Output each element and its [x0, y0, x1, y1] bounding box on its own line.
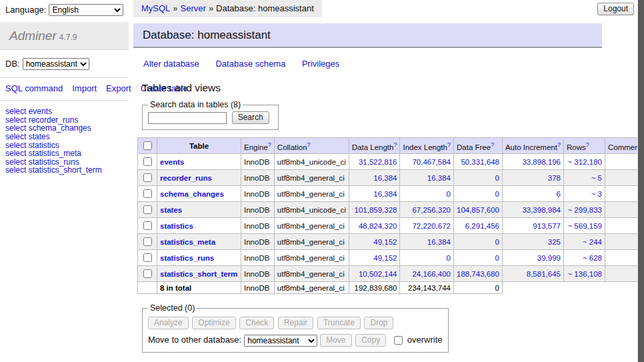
sidebar-item-select-events[interactable]: select events [5, 107, 123, 116]
auto-increment-cell-link[interactable]: 913,577 [533, 222, 561, 230]
adminer-version: 4.7.9 [59, 33, 77, 42]
table-name-link[interactable]: statistics_meta [160, 238, 215, 246]
vertical-scrollbar[interactable] [637, 0, 644, 362]
drop-button[interactable]: Drop [364, 317, 393, 329]
data-length-cell-link[interactable]: 16,384 [373, 190, 397, 198]
rows-cell-link[interactable]: ~ 3 [591, 190, 602, 198]
repair-button[interactable]: Repair [278, 317, 313, 329]
sidebar-item-select-statistics-short-term[interactable]: select statistics_short_term [5, 166, 123, 175]
db-row: DB:homeassistant [0, 50, 129, 78]
index-length-cell-link[interactable]: 0 [447, 254, 451, 262]
auto-increment-cell-link[interactable]: 8,581,645 [527, 270, 561, 278]
index-length-cell-link[interactable]: 24,166,400 [412, 270, 451, 278]
analyze-button[interactable]: Analyze [148, 317, 189, 329]
auto-increment-cell-link[interactable]: 33,398,984 [522, 206, 561, 214]
engine-cell: InnoDB [241, 170, 275, 186]
sidebar-item-select-statistics-meta[interactable]: select statistics_meta [5, 149, 123, 158]
rows-cell-link[interactable]: ~ 569,159 [567, 222, 601, 230]
row-checkbox[interactable] [143, 269, 152, 278]
table-name-link[interactable]: schema_changes [160, 190, 224, 198]
sql-command-link[interactable]: SQL command [5, 83, 63, 93]
data-free-cell-link[interactable]: 6,291,456 [465, 222, 499, 230]
index-length-cell-link[interactable]: 16,384 [427, 174, 451, 182]
table-name-link[interactable]: statistics [160, 222, 193, 230]
index-length-cell-link[interactable]: 72,220,672 [412, 222, 451, 230]
alter-database-link[interactable]: Alter database [143, 59, 199, 69]
data-length-cell-link[interactable]: 49,152 [373, 238, 397, 246]
help-icon[interactable]: ? [491, 141, 494, 148]
optimize-button[interactable]: Optimize [192, 317, 235, 329]
rows-cell-link[interactable]: ~ 299,833 [567, 206, 601, 214]
index-length-cell-link[interactable]: 70,467,584 [412, 158, 451, 166]
copy-button[interactable]: Copy [355, 334, 386, 347]
data-length-cell-link[interactable]: 16,384 [373, 174, 397, 182]
data-free-cell-link[interactable]: 0 [495, 238, 499, 246]
data-length-cell-link[interactable]: 49,152 [373, 254, 397, 262]
row-checkbox[interactable] [143, 157, 152, 166]
help-icon[interactable]: ? [586, 141, 589, 148]
auto-increment-cell-link[interactable]: 325 [548, 238, 561, 246]
row-checkbox[interactable] [143, 237, 152, 246]
column-header-rows: Rows? [563, 138, 605, 154]
rows-cell-link[interactable]: ~ 244 [583, 238, 602, 246]
data-free-cell-link[interactable]: 50,331,648 [461, 158, 499, 166]
rows-cell-link[interactable]: ~ 628 [583, 254, 602, 262]
table-total-row: 8 in totalInnoDButf8mb4_general_ci192,83… [138, 282, 644, 294]
auto-increment-cell-link[interactable]: 33,898,196 [522, 158, 561, 166]
table-name-link[interactable]: recorder_runs [160, 174, 212, 182]
auto-increment-cell-link[interactable]: 6 [557, 190, 561, 198]
auto-increment-cell-link[interactable]: 39,999 [537, 254, 561, 262]
help-icon[interactable]: ? [447, 141, 451, 148]
export-link[interactable]: Export [106, 83, 131, 93]
data-length-cell-link[interactable]: 48,824,320 [359, 222, 397, 230]
collation-cell: utf8mb4_unicode_ci [274, 202, 349, 218]
adminer-logo[interactable]: Adminer [9, 29, 57, 43]
help-icon[interactable]: ? [268, 141, 271, 148]
index-length-cell-link[interactable]: 67,256,320 [412, 206, 451, 214]
table-name-link[interactable]: states [160, 206, 182, 214]
index-length-cell-link[interactable]: 0 [447, 190, 451, 198]
help-icon[interactable]: ? [307, 141, 311, 148]
selected-buttons-row: Analyze Optimize Check Repair Truncate D… [148, 317, 443, 329]
truncate-button[interactable]: Truncate [317, 317, 361, 329]
language-select[interactable]: English [49, 4, 123, 16]
data-free-cell-link[interactable]: 188,743,680 [457, 270, 499, 278]
row-checkbox[interactable] [143, 205, 152, 214]
move-database-select[interactable]: homeassistant [244, 335, 317, 347]
rows-cell-link[interactable]: ~ 5 [591, 174, 602, 182]
data-length-cell-link[interactable]: 31,522,816 [359, 158, 397, 166]
data-free-cell-link[interactable]: 104,857,600 [457, 206, 499, 214]
table-name-link[interactable]: statistics_short_term [160, 270, 237, 278]
row-checkbox[interactable] [143, 221, 152, 230]
row-checkbox[interactable] [143, 189, 152, 198]
data-length-cell-link[interactable]: 101,859,328 [355, 206, 397, 214]
rows-cell-link[interactable]: ~ 312,180 [567, 158, 601, 166]
collation-cell: utf8mb4_general_ci [274, 234, 349, 250]
import-link[interactable]: Import [72, 83, 97, 93]
data-free-cell-link[interactable]: 0 [495, 174, 499, 182]
check-button[interactable]: Check [239, 317, 274, 329]
data-free-cell-link[interactable]: 0 [495, 190, 499, 198]
index-length-cell-link[interactable]: 16,384 [427, 238, 451, 246]
overwrite-checkbox[interactable] [394, 336, 403, 345]
table-name-link[interactable]: events [160, 158, 184, 166]
sidebar-item-select-states[interactable]: select states [5, 133, 123, 141]
db-select[interactable]: homeassistant [23, 58, 89, 70]
search-input[interactable] [148, 112, 227, 124]
data-length-cell-link[interactable]: 10,502,144 [359, 270, 397, 278]
table-name-link[interactable]: statistics_runs [160, 254, 214, 262]
help-icon[interactable]: ? [393, 141, 397, 148]
move-button[interactable]: Move [320, 334, 351, 347]
database-schema-link[interactable]: Database schema [215, 59, 285, 69]
tables-and-views-heading: Tables and views [142, 82, 637, 94]
search-button[interactable]: Search [232, 111, 269, 124]
data-free-cell-link[interactable]: 0 [495, 254, 499, 262]
row-checkbox[interactable] [143, 173, 152, 182]
select-all-checkbox[interactable] [143, 141, 152, 150]
collation-cell: utf8mb4_unicode_ci [274, 154, 349, 170]
help-icon[interactable]: ? [557, 141, 561, 148]
privileges-link[interactable]: Privileges [302, 59, 339, 69]
rows-cell-link[interactable]: ~ 136,108 [567, 270, 601, 278]
auto-increment-cell-link[interactable]: 378 [548, 174, 561, 182]
row-checkbox[interactable] [143, 253, 152, 262]
